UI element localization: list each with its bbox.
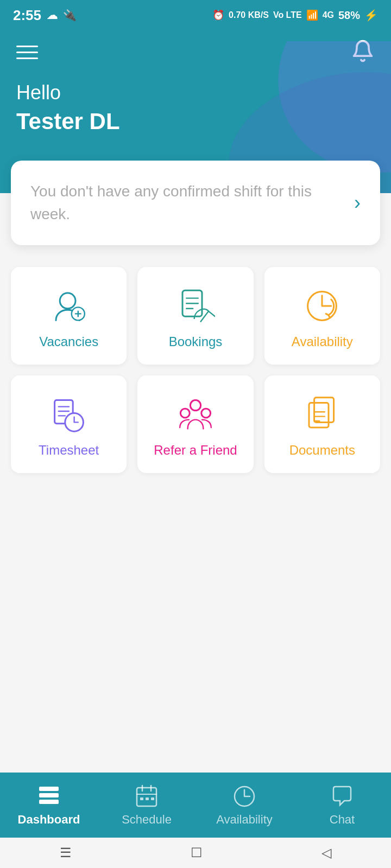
svg-rect-20 [309, 403, 329, 427]
status-volte: Vo LTE [273, 10, 302, 20]
documents-button[interactable]: Documents [264, 375, 380, 473]
status-right: ⏰ 0.70 KB/S Vo LTE 📶 4G 58% ⚡ [212, 9, 378, 22]
status-4g-icon: 4G [323, 10, 334, 20]
svg-point-17 [180, 409, 190, 418]
availability-button[interactable]: Availability [264, 267, 380, 365]
svg-point-2 [60, 293, 75, 309]
android-home-icon[interactable]: ☐ [191, 845, 203, 860]
svg-rect-31 [140, 797, 143, 800]
nav-dashboard[interactable]: Dashboard [0, 783, 98, 827]
nav-availability[interactable]: Availability [195, 783, 293, 827]
nav-dashboard-label: Dashboard [18, 813, 80, 827]
header-top [16, 39, 375, 65]
svg-rect-32 [146, 797, 149, 800]
svg-rect-33 [151, 797, 154, 800]
svg-rect-26 [39, 800, 59, 804]
status-time: 2:55 ☁ 🔌 [13, 7, 77, 24]
status-alarm-icon: ⏰ [212, 9, 224, 21]
availability-label: Availability [292, 334, 353, 349]
status-charging-icon: ⚡ [364, 9, 378, 22]
android-nav-bar: ☰ ☐ ◁ [0, 838, 391, 868]
nav-schedule[interactable]: Schedule [98, 783, 195, 827]
svg-rect-24 [39, 787, 59, 791]
status-data-speed: 0.70 KB/S [229, 10, 269, 20]
shift-card-wrapper: You don't have any confirmed shift for t… [0, 161, 391, 245]
timesheet-label: Timesheet [39, 443, 99, 458]
shift-card-text: You don't have any confirmed shift for t… [30, 180, 345, 226]
svg-point-18 [201, 409, 211, 418]
nav-availability-label: Availability [216, 813, 273, 827]
bookings-button[interactable]: Bookings [137, 267, 253, 365]
android-back-icon[interactable]: ◁ [321, 845, 331, 860]
bottom-nav: Dashboard Schedule Availability Chat [0, 773, 391, 838]
svg-rect-27 [137, 788, 156, 806]
timesheet-button[interactable]: Timesheet [11, 375, 127, 473]
nav-chat-label: Chat [330, 813, 355, 827]
notification-bell-button[interactable] [351, 39, 375, 65]
grid-row-1: Vacancies Bookings [11, 267, 380, 365]
vacancies-button[interactable]: Vacancies [11, 267, 127, 365]
svg-rect-25 [39, 793, 59, 797]
svg-rect-19 [314, 398, 334, 423]
refer-friend-button[interactable]: Refer a Friend [137, 375, 253, 473]
vacancies-label: Vacancies [39, 334, 98, 349]
status-battery: 58% [338, 9, 360, 22]
refer-friend-label: Refer a Friend [154, 443, 237, 458]
hamburger-menu[interactable] [16, 46, 38, 59]
greeting-text: Hello [16, 81, 375, 104]
android-menu-icon[interactable]: ☰ [60, 845, 72, 860]
grid-row-2: Timesheet Refer a Friend Docu [11, 375, 380, 473]
shift-card-chevron-icon: › [354, 192, 361, 214]
bookings-label: Bookings [169, 334, 223, 349]
svg-point-16 [190, 400, 200, 411]
nav-chat[interactable]: Chat [293, 783, 391, 827]
status-usb-icon: 🔌 [63, 9, 77, 22]
status-bar: 2:55 ☁ 🔌 ⏰ 0.70 KB/S Vo LTE 📶 4G 58% ⚡ [0, 0, 391, 30]
status-signal-icon: 📶 [306, 9, 318, 21]
nav-schedule-label: Schedule [122, 813, 172, 827]
status-cloud-icon: ☁ [47, 9, 58, 22]
documents-label: Documents [289, 443, 355, 458]
main-content: Vacancies Bookings [0, 245, 391, 571]
user-name-text: Tester DL [16, 108, 375, 135]
shift-card[interactable]: You don't have any confirmed shift for t… [11, 161, 380, 245]
